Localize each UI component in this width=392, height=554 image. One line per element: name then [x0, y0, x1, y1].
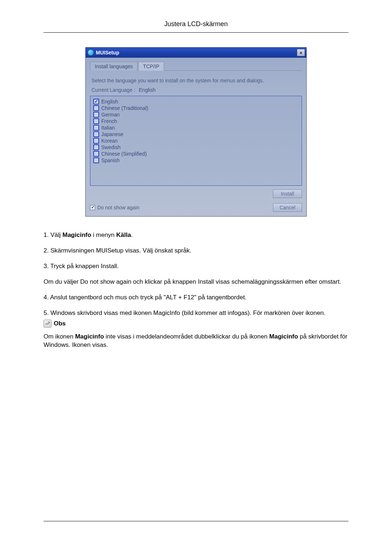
step-1: 1. Välj Magicinfo i menyn Källa. — [44, 231, 348, 239]
page: Justera LCD-skärmen MUISetup × Install l… — [0, 0, 392, 554]
checkbox-icon[interactable] — [93, 99, 99, 104]
language-list: English Chinese (Traditional) German Fre… — [90, 96, 302, 186]
checkbox-icon[interactable] — [93, 157, 99, 163]
checkbox-icon[interactable] — [93, 151, 99, 157]
list-item[interactable]: Spanish — [93, 157, 299, 164]
titlebar: MUISetup × — [86, 48, 306, 58]
language-label: Chinese (Simplified) — [101, 151, 147, 157]
text: 1. Välj — [44, 231, 62, 238]
install-button-row: Install — [90, 189, 302, 198]
checkbox-icon[interactable] — [90, 205, 95, 210]
language-label: Spanish — [101, 157, 120, 163]
step-3: 3. Tryck på knappen Install. — [44, 262, 348, 271]
checkbox-icon[interactable] — [93, 144, 99, 150]
list-item[interactable]: Japanese — [93, 131, 299, 138]
checkbox-icon[interactable] — [93, 125, 99, 131]
install-button[interactable]: Install — [273, 189, 302, 198]
text: i menyn — [91, 231, 116, 238]
document-body: 1. Välj Magicinfo i menyn Källa. 2. Skär… — [44, 231, 348, 349]
dialog-body: Install languages TCP/IP Select the lang… — [86, 58, 306, 216]
tabs: Install languages TCP/IP — [90, 61, 302, 71]
language-label: Japanese — [101, 131, 123, 137]
note-paragraph: Om du väljer Do not show again och klick… — [44, 278, 348, 286]
tab-tcpip[interactable]: TCP/IP — [138, 62, 164, 71]
list-item[interactable]: Chinese (Traditional) — [93, 105, 299, 111]
step-5: 5. Windows skrivbord visas med ikonen Ma… — [44, 309, 348, 317]
language-label: French — [101, 118, 117, 124]
bottom-row: Do not show again Cancel — [90, 203, 302, 212]
note-icon — [44, 320, 52, 328]
language-label: Swedish — [101, 144, 121, 150]
language-label: English — [101, 99, 118, 104]
language-label: Italian — [101, 125, 115, 131]
footer-rule — [44, 521, 348, 521]
list-item[interactable]: Korean — [93, 138, 299, 144]
step-2: 2. Skärmvisningen MUISetup visas. Välj ö… — [44, 247, 348, 255]
dialog-title: MUISetup — [96, 50, 297, 56]
step-4: 4. Anslut tangentbord och mus och tryck … — [44, 294, 348, 302]
do-not-show-again[interactable]: Do not show again — [90, 205, 139, 210]
text: Om ikonen — [44, 333, 75, 340]
do-not-show-label: Do not show again — [97, 205, 139, 210]
obs-paragraph: Om ikonen Magicinfo inte visas i meddela… — [44, 333, 348, 349]
app-icon — [88, 50, 94, 56]
text-bold: Källa — [116, 231, 131, 238]
checkbox-icon[interactable] — [93, 105, 99, 111]
muisetup-dialog: MUISetup × Install languages TCP/IP Sele… — [85, 47, 307, 217]
tab-install-languages[interactable]: Install languages — [90, 62, 138, 71]
language-label: Korean — [101, 138, 118, 144]
checkbox-icon[interactable] — [93, 131, 99, 137]
text: inte visas i meddelandeområdet dubbelkli… — [104, 333, 269, 340]
checkbox-icon[interactable] — [93, 138, 99, 144]
page-title: Justera LCD-skärmen — [44, 20, 348, 33]
close-button[interactable]: × — [297, 49, 305, 56]
checkbox-icon[interactable] — [93, 112, 99, 118]
list-item[interactable]: Chinese (Simplified) — [93, 151, 299, 157]
list-item[interactable]: Swedish — [93, 144, 299, 151]
obs-heading: Obs — [44, 320, 348, 328]
current-language-row: Current Language : English — [90, 87, 302, 93]
language-label: Chinese (Traditional) — [101, 105, 148, 111]
current-language-label: Current Language : — [91, 87, 135, 93]
obs-label: Obs — [54, 320, 66, 328]
current-language-value: English — [139, 87, 156, 93]
instruction-text: Select the language you want to install … — [90, 77, 302, 84]
text-bold: Magicinfo — [269, 333, 298, 340]
language-label: German — [101, 112, 120, 118]
list-item[interactable]: English — [93, 98, 299, 105]
list-item[interactable]: German — [93, 111, 299, 118]
cancel-button[interactable]: Cancel — [273, 203, 302, 212]
text-bold: Magicinfo — [75, 333, 104, 340]
text: . — [131, 231, 133, 238]
checkbox-icon[interactable] — [93, 118, 99, 124]
list-item[interactable]: Italian — [93, 124, 299, 131]
list-item[interactable]: French — [93, 118, 299, 124]
text-bold: Magicinfo — [62, 231, 91, 238]
